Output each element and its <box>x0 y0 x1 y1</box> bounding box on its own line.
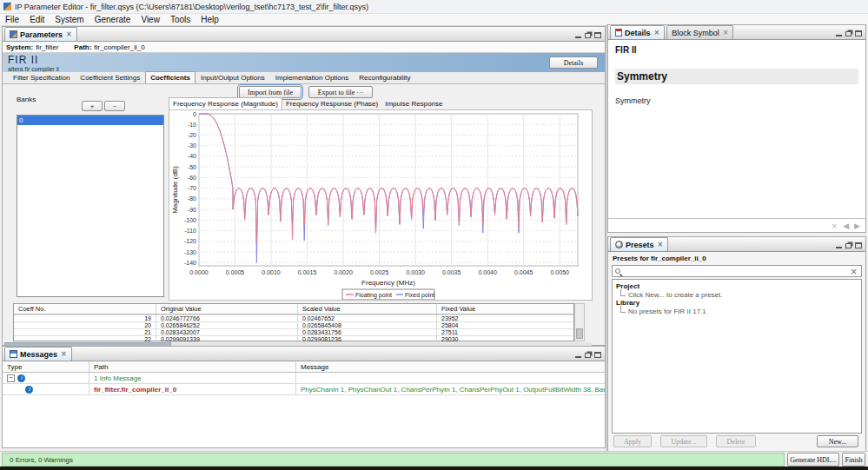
svg-text:-80: -80 <box>188 195 196 202</box>
restore-icon[interactable] <box>845 31 851 36</box>
menu-edit[interactable]: Edit <box>24 15 50 24</box>
status-message: 0 Errors, 0 Warnings <box>2 453 785 467</box>
close-icon[interactable]: × <box>723 29 729 36</box>
tab-coefficient-settings[interactable]: Coefficient Settings <box>75 71 145 83</box>
svg-text:-50: -50 <box>188 164 196 170</box>
tree-node-project[interactable]: Project <box>616 282 858 290</box>
table-row[interactable]: 21 0.0283432007 0.0283431756 27511 <box>14 328 573 335</box>
close-icon[interactable]: × <box>61 350 67 358</box>
maximize-icon[interactable] <box>855 242 862 248</box>
tab-frequency-response-magnitude[interactable]: Frequency Response (Magnitude) <box>169 97 282 109</box>
svg-text:Frequency (MHz): Frequency (MHz) <box>361 279 415 287</box>
details-button[interactable]: Details <box>549 56 598 69</box>
minimize-icon[interactable] <box>575 32 581 38</box>
close-icon[interactable]: × <box>66 30 72 38</box>
generate-hdl-button[interactable]: Generate HDL... <box>787 453 839 467</box>
tab-parameters[interactable]: Parameters × <box>4 27 77 41</box>
tab-impulse-response[interactable]: Impulse Response <box>381 98 446 109</box>
details-toolbar: × ◀ ▶ <box>608 218 865 232</box>
minimize-icon[interactable] <box>836 242 842 248</box>
messages-panel: Messages × Type Path Message − i 1 Info … <box>2 346 606 448</box>
message-row[interactable]: i fir_filter.fir_compiler_ii_0 PhysChanI… <box>3 384 605 395</box>
menu-system[interactable]: System <box>50 15 89 24</box>
maximize-icon[interactable] <box>594 352 601 358</box>
parameters-tabbar: Parameters × <box>3 27 605 42</box>
menu-tools[interactable]: Tools <box>165 15 195 24</box>
clear-search-icon[interactable]: × <box>847 267 861 276</box>
system-path-line: System: fir_filter Path: fir_compiler_ii… <box>3 42 605 53</box>
collapse-icon[interactable]: − <box>7 374 15 382</box>
bank-list-item[interactable]: 0 <box>17 116 163 125</box>
minimize-icon[interactable] <box>836 30 842 36</box>
vertical-scrollbar[interactable] <box>574 303 585 341</box>
svg-text:0.0000: 0.0000 <box>189 269 209 275</box>
tab-messages[interactable]: Messages × <box>4 347 72 361</box>
svg-text:-140: -140 <box>184 260 196 266</box>
messages-tabbar: Messages × <box>3 347 605 361</box>
tab-reconfigurability[interactable]: Reconfigurability <box>354 71 415 83</box>
maximize-icon[interactable] <box>594 32 601 38</box>
svg-text:0.0035: 0.0035 <box>442 269 461 275</box>
scrollbar-thumb[interactable] <box>576 328 583 339</box>
menu-help[interactable]: Help <box>195 15 224 24</box>
cell: 0.0265845408 <box>298 322 437 328</box>
message-group-row[interactable]: − i 1 Info Message <box>3 373 605 384</box>
app-icon <box>3 3 11 10</box>
delete-button[interactable]: Delete <box>716 435 756 447</box>
table-row[interactable]: 22 0.0299091339 0.0299081236 29030 <box>14 335 573 342</box>
cell: 0.02467652 <box>298 315 437 321</box>
cell: 0.0283431756 <box>298 329 437 335</box>
tab-implementation-options[interactable]: Implementation Options <box>270 71 354 83</box>
banks-list: 0 <box>17 115 164 297</box>
apply-button[interactable]: Apply <box>613 435 652 447</box>
cell: 29030 <box>437 336 572 342</box>
cell: 22 <box>14 336 156 342</box>
tab-block-symbol[interactable]: Block Symbol × <box>666 25 733 39</box>
tab-presets[interactable]: Presets × <box>610 237 668 251</box>
back-arrow-icon[interactable]: ◀ <box>843 222 849 230</box>
forward-arrow-icon[interactable]: ▶ <box>854 222 860 230</box>
search-icon <box>615 268 620 274</box>
svg-text:-90: -90 <box>188 207 196 213</box>
restore-icon[interactable] <box>585 353 591 358</box>
tab-frequency-response-phase[interactable]: Frequency Response (Phase) <box>282 98 381 109</box>
tree-node-library[interactable]: Library <box>616 299 858 307</box>
tab-details[interactable]: Details × <box>610 25 665 39</box>
presets-header: Presets for fir_compiler_ii_0 <box>613 255 706 262</box>
col-coeff-no[interactable]: Coeff No. <box>14 304 156 314</box>
presets-search-box: × <box>612 265 862 277</box>
update-button[interactable]: Update... <box>660 435 707 447</box>
restore-icon[interactable] <box>585 33 591 38</box>
path-value: fir_compiler_ii_0 <box>94 43 144 51</box>
minimize-icon[interactable] <box>575 352 581 358</box>
details-section-heading: Symmetry <box>615 69 858 84</box>
table-row[interactable]: 20 0.0265846252 0.0265845408 25804 <box>14 321 573 328</box>
add-bank-button[interactable]: + <box>82 101 103 111</box>
close-icon[interactable]: × <box>658 241 664 248</box>
col-path[interactable]: Path <box>89 361 296 372</box>
tab-filter-specification[interactable]: Filter Specification <box>8 71 75 83</box>
table-row[interactable]: 19 0.0246772766 0.02467652 23952 <box>14 314 573 321</box>
finish-button[interactable]: Finish <box>842 453 865 467</box>
close-icon[interactable]: × <box>654 29 660 36</box>
col-type[interactable]: Type <box>3 361 89 372</box>
col-scaled-value[interactable]: Scaled Value <box>298 304 437 314</box>
col-message[interactable]: Message <box>296 361 605 372</box>
maximize-icon[interactable] <box>855 30 862 36</box>
menu-file[interactable]: File <box>0 15 24 24</box>
col-original-value[interactable]: Original Value <box>156 304 298 314</box>
export-to-file-button[interactable]: Export to file ··· <box>308 86 373 98</box>
import-from-file-button[interactable]: Import from file <box>239 86 301 98</box>
details-tab-label: Details <box>625 29 651 37</box>
panel-window-controls <box>832 242 865 251</box>
tab-input-output-options[interactable]: Input/Output Options <box>195 71 270 83</box>
col-fixed-value[interactable]: Fixed Value <box>437 304 572 314</box>
remove-bank-button[interactable]: − <box>104 101 125 111</box>
menu-view[interactable]: View <box>136 15 165 24</box>
presets-search-input[interactable] <box>622 267 847 275</box>
tab-coefficients[interactable]: Coefficients <box>145 71 195 83</box>
clear-icon[interactable]: × <box>832 222 838 230</box>
restore-icon[interactable] <box>845 243 851 248</box>
new-preset-button[interactable]: New... <box>817 435 858 447</box>
menu-generate[interactable]: Generate <box>89 15 136 24</box>
